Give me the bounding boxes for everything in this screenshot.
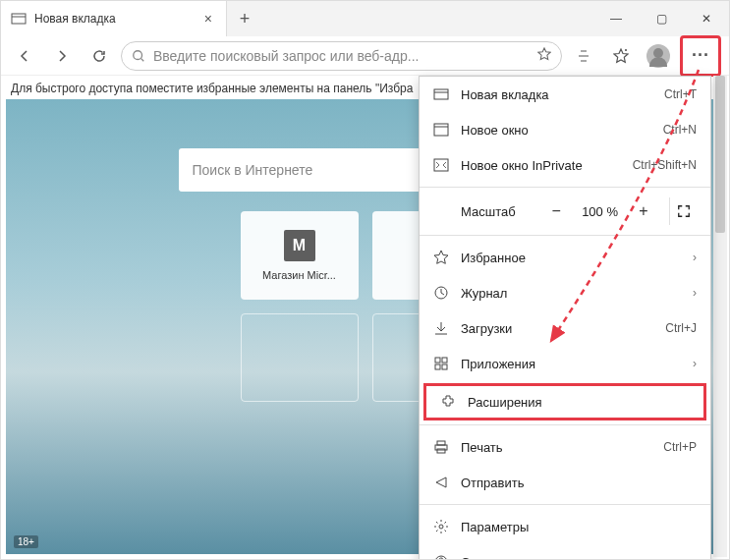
svg-rect-10	[434, 159, 448, 171]
search-icon	[132, 49, 145, 63]
chevron-right-icon: ›	[693, 286, 697, 300]
chevron-right-icon: ›	[693, 251, 697, 264]
svg-rect-14	[435, 364, 440, 369]
close-window-button[interactable]: ✕	[684, 1, 729, 36]
window-controls: — ▢ ✕	[593, 1, 729, 36]
menu-favorites[interactable]: Избранное ›	[420, 240, 710, 275]
menu-label: Новое окно	[461, 123, 651, 138]
annotation-highlight-more: ···	[680, 35, 721, 77]
menu-shortcut: Ctrl+J	[665, 321, 697, 335]
window-icon	[433, 122, 449, 138]
menu-separator	[420, 424, 710, 425]
svg-point-19	[439, 525, 443, 529]
apps-icon	[433, 356, 449, 371]
tile-microsoft-store[interactable]: М Магазин Micr...	[241, 211, 359, 300]
read-aloud-button[interactable]	[568, 40, 599, 72]
menu-downloads[interactable]: Загрузки Ctrl+J	[420, 310, 710, 346]
menu-label: Приложения	[461, 357, 681, 371]
svg-rect-6	[434, 89, 448, 99]
inprivate-icon	[433, 157, 449, 173]
window-icon	[433, 86, 449, 102]
menu-label: Справка и отзывы	[461, 555, 681, 561]
download-icon	[433, 320, 449, 336]
svg-rect-15	[442, 364, 447, 369]
svg-point-2	[134, 50, 142, 59]
menu-label: Параметры	[461, 520, 697, 534]
menu-shortcut: Ctrl+N	[663, 123, 697, 137]
menu-settings[interactable]: Параметры	[420, 509, 710, 544]
menu-shortcut: Ctrl+P	[663, 440, 697, 454]
vertical-scrollbar[interactable]	[713, 76, 727, 557]
avatar-icon	[646, 44, 670, 68]
svg-rect-12	[435, 358, 440, 363]
menu-new-tab[interactable]: Новая вкладка Ctrl+T	[420, 77, 710, 112]
page-search-placeholder: Поиск в Интернете	[193, 162, 313, 178]
menu-history[interactable]: Журнал ›	[420, 275, 710, 310]
scrollbar-thumb[interactable]	[715, 76, 725, 233]
new-tab-button[interactable]: +	[227, 1, 262, 36]
menu-extensions[interactable]: Расширения	[426, 386, 703, 418]
address-placeholder: Введите поисковый запрос или веб-адр...	[153, 48, 530, 64]
menu-new-inprivate[interactable]: Новое окно InPrivate Ctrl+Shift+N	[420, 147, 710, 183]
history-icon	[433, 285, 449, 301]
menu-print[interactable]: Печать Ctrl+P	[420, 429, 710, 465]
svg-rect-16	[437, 441, 445, 445]
menu-separator	[420, 235, 710, 236]
main-menu-dropdown: Новая вкладка Ctrl+T Новое окно Ctrl+N Н…	[419, 76, 711, 560]
help-icon	[433, 554, 449, 560]
more-menu-button[interactable]: ···	[685, 40, 716, 72]
zoom-label: Масштаб	[433, 204, 534, 219]
menu-share[interactable]: Отправить	[420, 465, 710, 500]
zoom-out-button[interactable]: −	[542, 197, 570, 225]
zoom-in-button[interactable]: +	[630, 197, 657, 225]
menu-apps[interactable]: Приложения ›	[420, 346, 710, 381]
collections-button[interactable]	[605, 40, 637, 72]
fullscreen-button[interactable]	[669, 197, 697, 225]
star-icon	[433, 250, 449, 265]
tab-close-button[interactable]: ×	[200, 9, 216, 28]
svg-rect-8	[434, 124, 448, 136]
menu-separator	[420, 187, 710, 188]
gear-icon	[433, 519, 449, 534]
zoom-value: 100 %	[578, 204, 622, 219]
print-icon	[433, 439, 449, 455]
menu-label: Загрузки	[461, 321, 653, 336]
forward-button[interactable]	[46, 40, 78, 72]
browser-tab[interactable]: Новая вкладка ×	[1, 1, 227, 36]
refresh-button[interactable]	[84, 40, 115, 72]
titlebar: Новая вкладка × + — ▢ ✕	[1, 1, 729, 36]
menu-shortcut: Ctrl+T	[664, 87, 697, 101]
tab-favicon	[11, 11, 27, 27]
tab-title: Новая вкладка	[34, 12, 116, 26]
menu-label: Печать	[461, 440, 651, 455]
menu-label: Расширения	[468, 395, 690, 410]
menu-label: Журнал	[461, 286, 681, 301]
address-bar[interactable]: Введите поисковый запрос или веб-адр...	[121, 41, 562, 71]
menu-label: Отправить	[461, 476, 697, 490]
tile-letter-icon: М	[284, 230, 315, 261]
menu-zoom-row: Масштаб − 100 % +	[420, 192, 710, 231]
menu-label: Избранное	[461, 251, 681, 265]
age-badge: 18+	[14, 535, 38, 548]
share-icon	[433, 475, 449, 490]
menu-label: Новая вкладка	[461, 87, 652, 102]
menu-help[interactable]: Справка и отзывы ›	[420, 544, 710, 560]
maximize-button[interactable]: ▢	[639, 1, 684, 36]
favorite-star-icon[interactable]	[537, 47, 551, 65]
svg-rect-13	[442, 358, 447, 363]
annotation-highlight-extensions: Расширения	[423, 383, 706, 420]
menu-shortcut: Ctrl+Shift+N	[633, 158, 697, 172]
menu-separator	[420, 504, 710, 505]
chevron-right-icon: ›	[693, 555, 697, 560]
extension-icon	[440, 394, 456, 410]
back-button[interactable]	[9, 40, 40, 72]
profile-button[interactable]	[643, 40, 674, 72]
svg-line-3	[141, 58, 144, 61]
chevron-right-icon: ›	[693, 357, 697, 370]
menu-new-window[interactable]: Новое окно Ctrl+N	[420, 112, 710, 147]
menu-label: Новое окно InPrivate	[461, 158, 621, 173]
tile-label: Магазин Micr...	[262, 269, 336, 281]
svg-rect-0	[12, 14, 26, 24]
tile-empty[interactable]	[241, 313, 359, 402]
minimize-button[interactable]: —	[593, 1, 639, 36]
